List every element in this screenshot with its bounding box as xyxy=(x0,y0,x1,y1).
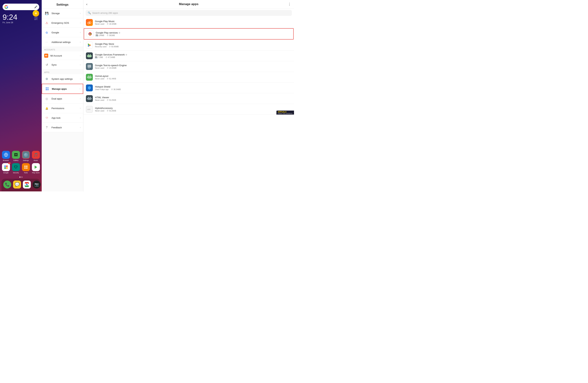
svg-rect-36 xyxy=(91,55,92,57)
chevron-icon: › xyxy=(80,87,80,90)
app-item-gsf[interactable]: Google Services Framework ⚙ 💾 7.1MB ⏱ 47… xyxy=(83,51,294,61)
dock-phone[interactable]: 📞 xyxy=(3,181,11,189)
home-weather: ☀ Clear33°C xyxy=(33,10,39,20)
settings-item-google-label: Google xyxy=(51,31,80,34)
app-item-html[interactable]: HTML Viewer Never used ⏱ 53.25KB xyxy=(83,93,294,104)
settings-item-system-apps-label: System app settings xyxy=(51,78,80,80)
play-services-info: Google Play services ⚙ 💾 134MB ⏱ 381MB xyxy=(96,31,291,36)
app-item-tts[interactable]: "" Google Text-to-speech Engine Never us… xyxy=(83,61,294,72)
settings-item-emergency[interactable]: ⚠ Emergency SOS › xyxy=(42,18,83,28)
settings-item-manage-apps[interactable]: Manage apps › xyxy=(42,84,83,94)
app-item-homelayout[interactable]: HomeLayout Never used ⏱ 61.44KB xyxy=(83,72,294,83)
settings-item-permissions[interactable]: 🔔 Permissions › xyxy=(42,104,83,113)
homelayout-info: HomeLayout Never used ⏱ 61.44KB xyxy=(95,75,292,80)
app-item-hotspot[interactable]: Hotspot Shield Used 4 days ago ⏱ 36.54MB xyxy=(83,83,294,93)
gsf-name: Google Services Framework ⚙ xyxy=(95,53,292,56)
settings-item-storage[interactable]: 💾 Storage › xyxy=(42,8,83,18)
svg-rect-46 xyxy=(87,77,88,78)
svg-point-11 xyxy=(26,184,28,185)
accounts-section-label: ACCOUNTS xyxy=(42,47,83,51)
home-dock: 📞 💬 📷 xyxy=(1,179,40,192)
chevron-icon: › xyxy=(80,126,81,129)
permissions-icon: 🔔 xyxy=(44,106,49,111)
svg-rect-47 xyxy=(91,77,92,78)
home-app-security[interactable]: 🛡 Security xyxy=(12,163,20,174)
home-date: Fri, June 28 xyxy=(2,21,39,23)
dock-messages[interactable]: 💬 xyxy=(13,181,21,189)
home-apps-row2: 1 Google 🛡 Security Tools Play St xyxy=(0,163,42,175)
svg-rect-20 xyxy=(87,31,93,37)
page-dots xyxy=(0,175,42,179)
settings-icon: ⚙️ xyxy=(22,151,30,159)
storage-icon: 💾 xyxy=(44,11,49,16)
back-button[interactable]: ‹ xyxy=(86,2,87,6)
settings-item-feedback[interactable]: ? Feedback › xyxy=(42,123,83,132)
settings-item-dual-apps[interactable]: ◎ Dual apps › xyxy=(42,94,83,104)
app-item-play-services[interactable]: Google Play services ⚙ 💾 134MB ⏱ 381MB xyxy=(84,28,294,40)
play-music-info: Google Play Music Never used ⏱ 18.32MB xyxy=(95,20,292,25)
hybrid-info: HybridAccessory Never used ⏱ 53.25KB xyxy=(95,107,292,112)
chevron-icon: › xyxy=(80,41,81,43)
hybrid-name: HybridAccessory xyxy=(95,107,292,109)
settings-item-google[interactable]: G Google › xyxy=(42,28,83,37)
play-store-info: Google Play Store Recently used ⏱ 83.96M… xyxy=(95,43,292,48)
manage-apps-header: ‹ Manage apps ⋮ xyxy=(83,0,294,8)
svg-rect-53 xyxy=(87,98,88,99)
svg-rect-14 xyxy=(46,89,47,90)
svg-point-23 xyxy=(89,33,91,34)
settings-list: 💾 Storage › ⚠ Emergency SOS › G Google ›… xyxy=(42,8,83,192)
chevron-icon: › xyxy=(80,97,81,100)
settings-item-app-lock[interactable]: 🛡 App lock › xyxy=(42,113,83,123)
more-button[interactable]: ⋮ xyxy=(288,2,291,6)
chevron-icon: › xyxy=(80,21,81,24)
watermark: APPUALS FROM THE EXPERTS! xyxy=(276,110,294,115)
app-lock-icon: 🛡 xyxy=(44,115,49,120)
homelayout-meta: Never used ⏱ 61.44KB xyxy=(95,78,292,80)
watermark-sub: FROM THE EXPERTS! xyxy=(278,113,293,114)
tts-meta: Never used ⏱ 24.83MB xyxy=(95,67,292,69)
chevron-icon: › xyxy=(80,107,81,109)
play-services-size1: 💾 134MB xyxy=(96,34,104,36)
app-item-hybrid[interactable]: APP HybridAccessory Never used ⏱ 53.25KB… xyxy=(83,104,294,115)
search-bar[interactable]: 🔍 Search among 280 apps xyxy=(85,10,292,16)
manage-apps-icon xyxy=(44,86,50,91)
svg-text:"": "" xyxy=(88,65,89,67)
svg-marker-10 xyxy=(35,166,37,169)
dock-camera[interactable]: 📷 xyxy=(33,181,41,189)
home-app-google[interactable]: 1 Google xyxy=(2,163,10,174)
dot-2 xyxy=(21,176,22,178)
security-icon: 🛡 xyxy=(12,163,20,171)
settings-item-additional[interactable]: ··· Additional settings › xyxy=(42,37,83,47)
home-app-browser[interactable]: Browser xyxy=(2,151,10,161)
svg-rect-35 xyxy=(87,55,88,57)
manage-apps-title: Manage apps xyxy=(89,2,288,6)
feedback-icon: ? xyxy=(44,125,49,130)
dock-chrome[interactable] xyxy=(23,181,31,189)
google-badge: 1 xyxy=(8,162,11,164)
home-app-music[interactable]: 🎵 Music xyxy=(32,151,40,161)
chrome-icon xyxy=(23,181,31,189)
settings-item-mi-account[interactable]: Mi Mi Account › xyxy=(42,51,83,60)
emergency-icon: ⚠ xyxy=(44,20,49,25)
app-item-play-music[interactable]: Google Play Music Never used ⏱ 18.32MB xyxy=(83,17,294,28)
settings-item-dual-apps-label: Dual apps xyxy=(51,97,80,100)
weather-desc: Clear33°C xyxy=(34,17,38,20)
music-icon: 🎵 xyxy=(32,151,40,159)
additional-icon: ··· xyxy=(44,40,49,44)
home-app-gallery[interactable]: 🖼 Gallery xyxy=(12,151,20,161)
home-app-settings[interactable]: ⚙️ Settings xyxy=(22,151,30,161)
svg-rect-52 xyxy=(87,98,91,100)
app-item-play-store[interactable]: Google Play Store Recently used ⏱ 83.96M… xyxy=(83,40,294,51)
settings-item-sync[interactable]: ↺ Sync › xyxy=(42,60,83,70)
home-search-bar[interactable]: 🎤 xyxy=(2,4,39,10)
svg-rect-8 xyxy=(24,168,25,169)
mic-icon: 🎤 xyxy=(34,5,37,8)
home-app-tools[interactable]: Tools xyxy=(22,163,30,174)
settings-item-system-apps[interactable]: ⚙ System app settings › xyxy=(42,74,83,84)
messages-icon: 💬 xyxy=(13,181,21,189)
chevron-icon: › xyxy=(80,31,81,34)
home-app-playstore[interactable]: Play Store xyxy=(32,163,40,174)
settings-item-manage-apps-label: Manage apps xyxy=(52,87,80,90)
browser-icon xyxy=(2,151,10,159)
hotspot-name: Hotspot Shield xyxy=(95,85,292,88)
